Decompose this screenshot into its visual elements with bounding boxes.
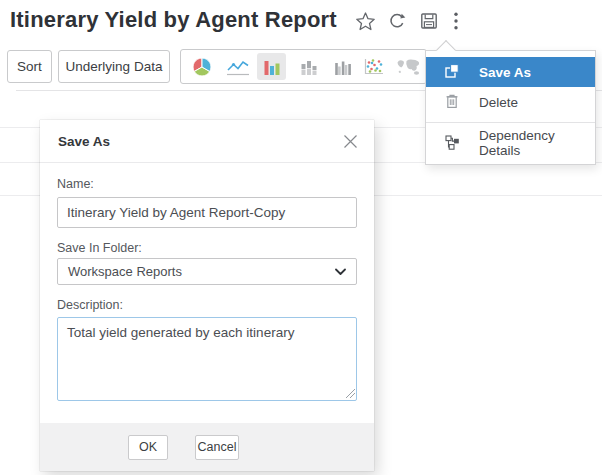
delete-icon	[443, 92, 461, 113]
bar-chart-icon[interactable]	[258, 50, 286, 83]
folder-select[interactable]: Workspace Reports	[57, 258, 357, 285]
dialog-title: Save As	[58, 134, 110, 149]
underlying-data-button[interactable]: Underlying Data	[58, 50, 170, 83]
dependency-details-icon	[443, 133, 461, 154]
refresh-icon[interactable]	[384, 9, 410, 33]
scatter-plot-icon[interactable]	[360, 50, 386, 83]
more-options-menu: Save As Delete Dependency Details	[425, 50, 596, 165]
dialog-footer: OK Cancel	[40, 423, 374, 471]
folder-select-value: Workspace Reports	[68, 264, 182, 279]
star-icon[interactable]	[352, 9, 378, 33]
page-title: Itinerary Yield by Agent Report	[10, 7, 337, 33]
sort-button[interactable]: Sort	[7, 50, 52, 83]
save-icon[interactable]	[416, 9, 442, 33]
menu-item-save-as[interactable]: Save As	[426, 57, 595, 87]
line-chart-icon[interactable]	[224, 50, 252, 83]
description-label: Description:	[57, 298, 357, 312]
chevron-down-icon	[335, 264, 346, 279]
pie-chart-icon[interactable]	[188, 50, 216, 83]
menu-item-delete[interactable]: Delete	[426, 87, 595, 117]
cancel-button[interactable]: Cancel	[195, 435, 239, 460]
chart-type-toolbar	[180, 49, 427, 84]
grouped-bar-chart-icon[interactable]	[329, 50, 357, 83]
more-options-icon[interactable]	[448, 9, 464, 33]
menu-item-dependency-details[interactable]: Dependency Details	[426, 128, 595, 158]
folder-label: Save In Folder:	[57, 236, 357, 255]
stacked-bar-chart-icon[interactable]	[295, 50, 323, 83]
name-label: Name:	[57, 177, 357, 191]
name-input[interactable]	[57, 197, 357, 228]
close-icon[interactable]	[341, 132, 359, 150]
menu-item-label: Delete	[479, 95, 518, 110]
save-as-icon	[443, 62, 461, 83]
dialog-header: Save As	[40, 120, 374, 163]
ok-button[interactable]: OK	[128, 435, 168, 460]
header-actions	[352, 9, 464, 33]
save-as-dialog: Save As Name: Save In Folder: Workspace …	[40, 120, 374, 471]
menu-separator	[426, 122, 595, 123]
menu-item-label: Save As	[479, 65, 531, 80]
description-textarea[interactable]: Total yield generated by each itinerary	[57, 317, 357, 401]
map-chart-icon[interactable]	[393, 50, 423, 83]
menu-item-label: Dependency Details	[479, 128, 595, 158]
